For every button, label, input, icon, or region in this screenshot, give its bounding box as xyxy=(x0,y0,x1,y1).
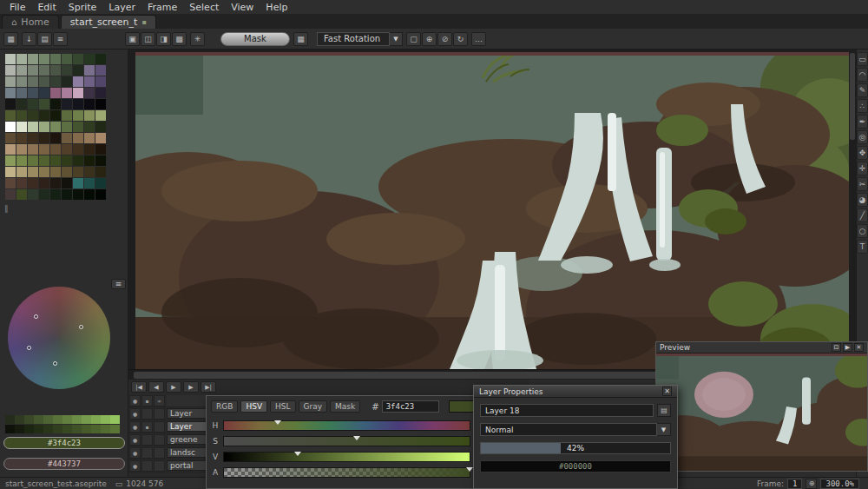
palette-swatch[interactable] xyxy=(73,189,83,200)
palette-swatch[interactable] xyxy=(5,133,16,143)
palette-swatch[interactable] xyxy=(50,167,61,177)
palette-swatch[interactable] xyxy=(16,88,27,98)
layer-name[interactable]: Layer xyxy=(167,408,210,419)
palette-swatch[interactable] xyxy=(62,54,72,64)
palette-swatch[interactable] xyxy=(62,178,72,188)
shade-swatch[interactable] xyxy=(72,425,82,433)
shade-swatch[interactable] xyxy=(62,425,72,433)
palette-swatch[interactable] xyxy=(50,88,61,98)
palette-swatch[interactable] xyxy=(16,133,27,143)
color-wheel[interactable] xyxy=(8,287,110,389)
layer-link-cell[interactable] xyxy=(154,447,165,459)
layer-name[interactable]: portal xyxy=(167,460,210,471)
color-mode-tab-rgb[interactable]: RGB xyxy=(211,400,238,413)
palette-swatch[interactable] xyxy=(28,155,38,166)
palette-swatch[interactable] xyxy=(16,76,27,87)
menu-edit[interactable]: Edit xyxy=(31,1,62,14)
palette-swatch[interactable] xyxy=(84,144,95,155)
color-mode-tab-gray[interactable]: Gray xyxy=(299,400,328,413)
palette-swatch[interactable] xyxy=(50,178,61,188)
palette-swatch[interactable] xyxy=(84,110,95,121)
shade-swatch[interactable] xyxy=(91,415,101,424)
layer-color-bar[interactable]: #000000 xyxy=(480,460,671,472)
selection-intersect-button[interactable]: ▩ xyxy=(172,32,187,46)
selection-replace-button[interactable]: ▣ xyxy=(125,32,140,46)
frame-nav-button-4[interactable]: ▶| xyxy=(201,381,216,393)
palette-swatch[interactable] xyxy=(95,65,106,76)
palette-swatch[interactable] xyxy=(95,110,106,121)
layer-link-cell[interactable] xyxy=(154,434,165,446)
shade-swatch[interactable] xyxy=(53,415,62,424)
zoom-icon[interactable]: ⊕ xyxy=(806,479,817,489)
palette-swatch[interactable] xyxy=(28,178,38,188)
palette-swatch[interactable] xyxy=(39,76,49,87)
line-tool-icon[interactable]: ╱ xyxy=(857,208,868,222)
harmony-dot[interactable] xyxy=(34,314,38,319)
palette-swatch[interactable] xyxy=(39,178,49,188)
palette-swatch[interactable] xyxy=(62,110,72,121)
rotation-algorithm-dropdown[interactable]: Fast Rotation ▼ xyxy=(317,32,403,46)
palette-swatch[interactable] xyxy=(95,76,106,87)
shade-swatch[interactable] xyxy=(43,425,53,433)
spray-tool-icon[interactable]: ∴ xyxy=(857,99,868,113)
palette-swatch[interactable] xyxy=(84,122,95,132)
palette-swatch[interactable] xyxy=(62,122,72,132)
palette-swatch[interactable] xyxy=(84,178,95,188)
palette-swatch[interactable] xyxy=(28,65,38,76)
blend-mode-dropdown[interactable]: Normal ▼ xyxy=(480,423,671,436)
palette-swatch[interactable] xyxy=(5,178,16,188)
layer-name[interactable]: landsc xyxy=(167,447,210,458)
selection-subtract-button[interactable]: ◨ xyxy=(156,32,171,46)
move-tool-icon[interactable]: ✛ xyxy=(857,162,868,175)
lock-icon[interactable]: ▪ xyxy=(141,395,153,406)
frame-nav-button-2[interactable]: ▶ xyxy=(166,381,181,393)
palette-swatch[interactable] xyxy=(84,167,95,177)
palette-swatch[interactable] xyxy=(39,155,49,166)
layer-link-cell[interactable] xyxy=(154,421,165,433)
marquee-tool-icon[interactable]: ▭ xyxy=(857,52,868,66)
color-mode-tab-hsl[interactable]: HSL xyxy=(270,400,296,413)
layer-lock-toggle[interactable] xyxy=(141,434,153,446)
palette-presets-button[interactable]: ▤ xyxy=(37,32,52,46)
layer-name-input[interactable]: Layer 18 xyxy=(480,404,654,417)
skew-button[interactable]: ⊘ xyxy=(437,32,452,46)
palette-swatch[interactable] xyxy=(16,99,27,109)
shade-swatch[interactable] xyxy=(72,415,82,424)
layer-lock-toggle[interactable]: ▪ xyxy=(141,421,153,433)
ellipse-tool-icon[interactable]: ○ xyxy=(857,224,868,238)
center-view-icon[interactable]: ⊡ xyxy=(832,343,841,352)
palette-swatch[interactable] xyxy=(5,144,16,155)
palette-swatch[interactable] xyxy=(62,155,72,166)
layer-eye-toggle[interactable]: ● xyxy=(129,434,141,446)
frame-nav-button-1[interactable]: ◀ xyxy=(148,381,164,393)
palette-swatch[interactable] xyxy=(50,144,61,155)
preview-canvas[interactable] xyxy=(656,354,867,471)
layer-eye-toggle[interactable]: ● xyxy=(129,421,141,433)
palette-swatch[interactable] xyxy=(84,65,95,76)
palette-swatch[interactable] xyxy=(39,167,49,177)
close-icon[interactable]: ✕ xyxy=(662,387,672,396)
palette-swatch[interactable] xyxy=(5,155,16,166)
palette-swatch[interactable] xyxy=(73,54,83,64)
lasso-tool-icon[interactable]: ◠ xyxy=(857,68,868,82)
palette-sort-button[interactable]: ↓ xyxy=(22,32,36,46)
mask-button[interactable]: Mask xyxy=(220,32,290,46)
palette-swatch[interactable] xyxy=(62,76,72,87)
hand-tool-icon[interactable]: ✥ xyxy=(857,146,868,160)
palette-swatch[interactable] xyxy=(28,76,38,87)
shade-swatch[interactable] xyxy=(43,415,53,424)
background-color-button[interactable]: #443737 xyxy=(3,458,125,470)
palette-swatch[interactable] xyxy=(84,99,95,109)
palette-resize-handle[interactable]: ‖ xyxy=(4,204,9,213)
tab-start-screen[interactable]: start_screen_t ▪ xyxy=(61,15,156,29)
palette-swatch[interactable] xyxy=(5,167,16,177)
palette-swatch[interactable] xyxy=(62,99,72,109)
palette-swatch[interactable] xyxy=(5,54,16,64)
slider-track-h[interactable] xyxy=(223,420,470,431)
menu-view[interactable]: View xyxy=(225,1,260,14)
palette-swatch[interactable] xyxy=(62,133,72,143)
layer-name[interactable]: greene xyxy=(167,434,210,445)
palette-swatch[interactable] xyxy=(50,54,61,64)
harmony-dot[interactable] xyxy=(79,325,83,329)
palette-swatch[interactable] xyxy=(39,65,49,76)
